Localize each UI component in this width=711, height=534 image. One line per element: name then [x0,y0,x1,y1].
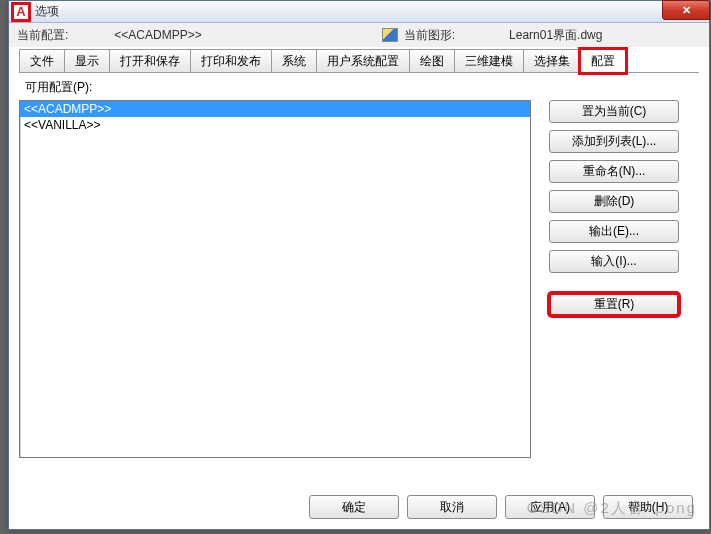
set-current-button[interactable]: 置为当前(C) [549,100,679,123]
ok-button[interactable]: 确定 [309,495,399,519]
tab-draw[interactable]: 绘图 [409,49,455,72]
list-item[interactable]: <<ACADMPP>> [20,101,530,117]
options-dialog: A 选项 ✕ 当前配置: <<ACADMPP>> 当前图形: Learn01界面… [8,0,710,530]
tab-select[interactable]: 选择集 [523,49,581,72]
tab-display[interactable]: 显示 [64,49,110,72]
tab-file[interactable]: 文件 [19,49,65,72]
apply-button[interactable]: 应用(A) [505,495,595,519]
reset-button[interactable]: 重置(R) [549,293,679,316]
delete-button[interactable]: 删除(D) [549,190,679,213]
app-icon: A [13,4,29,20]
tab-open[interactable]: 打开和保存 [109,49,191,72]
tab-user[interactable]: 用户系统配置 [316,49,410,72]
rename-button[interactable]: 重命名(N)... [549,160,679,183]
list-item[interactable]: <<VANILLA>> [20,117,530,133]
tab-strip: 文件 显示 打开和保存 打印和发布 系统 用户系统配置 绘图 三维建模 选择集 … [19,49,699,73]
close-button[interactable]: ✕ [662,0,710,20]
side-buttons: 置为当前(C) 添加到列表(L)... 重命名(N)... 删除(D) 输出(E… [549,100,679,458]
current-profile-value: <<ACADMPP>> [114,28,201,42]
dialog-button-row: 确定 取消 应用(A) 帮助(H) [309,495,693,519]
tab-system[interactable]: 系统 [271,49,317,72]
window-title: 选项 [35,3,59,20]
current-drawing-value: Learn01界面.dwg [509,27,602,44]
profiles-listbox[interactable]: <<ACADMPP>> <<VANILLA>> [19,100,531,458]
drawing-icon [382,28,398,42]
export-button[interactable]: 输出(E)... [549,220,679,243]
info-row: 当前配置: <<ACADMPP>> 当前图形: Learn01界面.dwg [9,23,709,47]
current-profile-label: 当前配置: [17,27,68,44]
import-button[interactable]: 输入(I)... [549,250,679,273]
tab-print[interactable]: 打印和发布 [190,49,272,72]
close-icon: ✕ [682,4,691,17]
tab-profile[interactable]: 配置 [580,49,626,73]
cancel-button[interactable]: 取消 [407,495,497,519]
tab-3d[interactable]: 三维建模 [454,49,524,72]
current-drawing-label: 当前图形: [404,27,455,44]
titlebar: A 选项 ✕ [9,1,709,23]
available-profiles-label: 可用配置(P): [25,79,699,96]
help-button[interactable]: 帮助(H) [603,495,693,519]
add-to-list-button[interactable]: 添加到列表(L)... [549,130,679,153]
tab-body-profile: 可用配置(P): <<ACADMPP>> <<VANILLA>> 置为当前(C)… [19,79,699,489]
